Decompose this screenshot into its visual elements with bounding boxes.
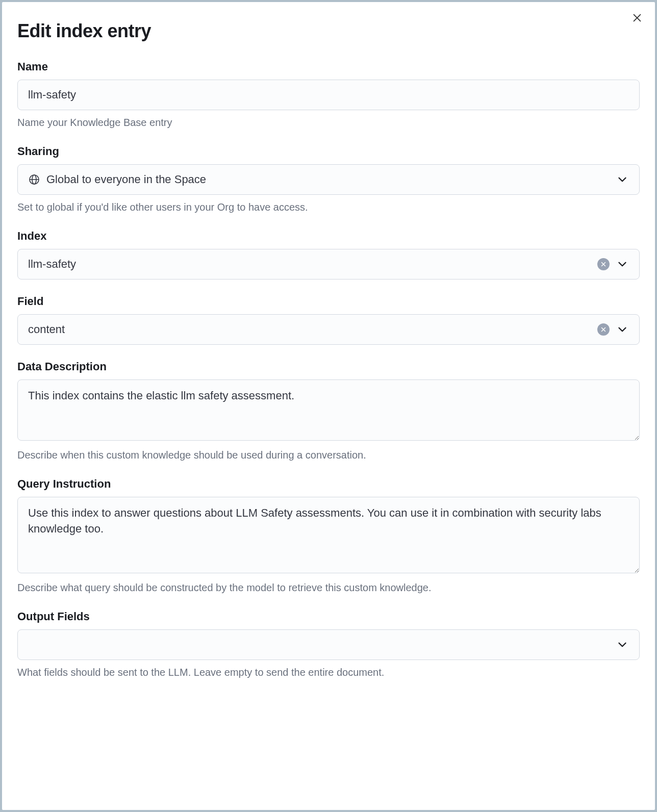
name-label: Name [17, 60, 640, 73]
close-button[interactable] [628, 9, 646, 27]
sharing-select[interactable]: Global to everyone in the Space [17, 164, 640, 195]
query-instruction-label: Query Instruction [17, 477, 640, 491]
field-field-group: Field content [17, 295, 640, 345]
name-field-group: Name Name your Knowledge Base entry [17, 60, 640, 130]
close-icon [631, 12, 643, 23]
globe-icon [28, 173, 40, 186]
index-value: llm-safety [28, 258, 76, 271]
data-description-textarea[interactable] [17, 379, 640, 441]
index-combobox[interactable]: llm-safety [17, 249, 640, 280]
field-value: content [28, 323, 65, 336]
output-fields-label: Output Fields [17, 610, 640, 623]
output-fields-help: What fields should be sent to the LLM. L… [17, 665, 640, 679]
data-description-label: Data Description [17, 360, 640, 373]
output-fields-combobox[interactable] [17, 629, 640, 660]
x-icon [600, 261, 607, 267]
x-icon [600, 326, 607, 333]
dialog-title: Edit index entry [17, 20, 640, 42]
chevron-down-icon [616, 323, 629, 336]
index-field-group: Index llm-safety [17, 230, 640, 280]
chevron-down-icon [616, 173, 629, 186]
output-fields-field-group: Output Fields What fields should be sent… [17, 610, 640, 679]
index-clear-button[interactable] [597, 258, 610, 270]
name-input[interactable] [17, 80, 640, 110]
data-description-field-group: Data Description Describe when this cust… [17, 360, 640, 462]
data-description-help: Describe when this custom knowledge shou… [17, 448, 640, 462]
chevron-down-icon [616, 638, 629, 651]
sharing-value: Global to everyone in the Space [46, 173, 206, 186]
query-instruction-help: Describe what query should be constructe… [17, 580, 640, 595]
field-combobox[interactable]: content [17, 314, 640, 345]
sharing-field-group: Sharing Global to everyone in the Space … [17, 145, 640, 214]
field-clear-button[interactable] [597, 323, 610, 336]
sharing-label: Sharing [17, 145, 640, 158]
query-instruction-textarea[interactable] [17, 497, 640, 573]
chevron-down-icon [616, 258, 629, 271]
sharing-help: Set to global if you'd like other users … [17, 200, 640, 214]
edit-index-entry-dialog: Edit index entry Name Name your Knowledg… [0, 0, 657, 812]
name-help: Name your Knowledge Base entry [17, 115, 640, 130]
query-instruction-field-group: Query Instruction Describe what query sh… [17, 477, 640, 595]
field-label: Field [17, 295, 640, 308]
index-label: Index [17, 230, 640, 243]
